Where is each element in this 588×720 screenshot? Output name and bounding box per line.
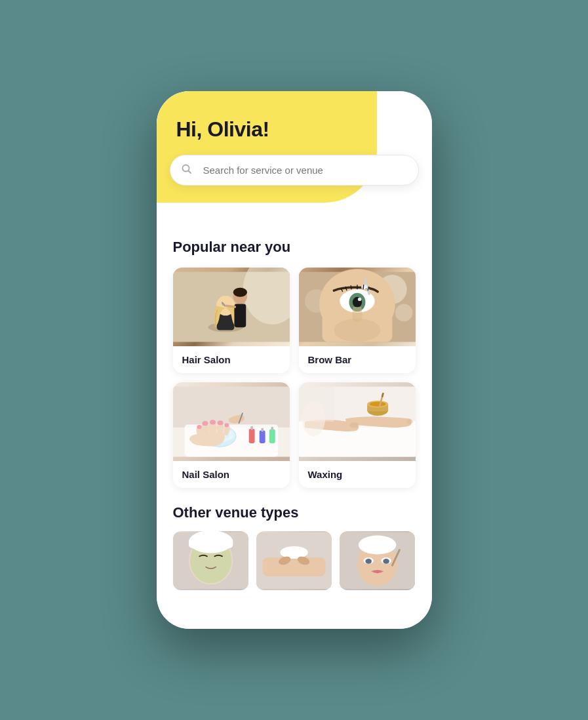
svg-point-64 — [369, 402, 385, 407]
svg-point-86 — [383, 559, 389, 564]
waxing-label: Waxing — [299, 461, 416, 488]
header-content: Hi, Olivia! — [157, 91, 432, 142]
svg-rect-9 — [234, 304, 246, 328]
svg-rect-37 — [250, 426, 253, 430]
popular-cards-grid: Hair Salon — [173, 268, 416, 488]
nail-salon-label: Nail Salon — [173, 461, 290, 488]
svg-point-68 — [302, 401, 325, 436]
svg-rect-41 — [271, 427, 273, 430]
svg-rect-36 — [248, 429, 254, 443]
svg-point-84 — [366, 559, 372, 564]
other-card-spa[interactable] — [173, 531, 248, 590]
svg-rect-38 — [259, 430, 265, 443]
venue-card-hair-salon[interactable]: Hair Salon — [173, 268, 290, 373]
svg-point-13 — [222, 304, 224, 306]
card-image-waxing — [299, 382, 416, 461]
card-image-hair-salon — [173, 268, 290, 346]
svg-rect-73 — [189, 538, 233, 548]
greeting-text: Hi, Olivia! — [176, 117, 412, 142]
header-section: Hi, Olivia! — [157, 91, 432, 222]
venue-card-nail-salon[interactable]: Nail Salon — [173, 382, 290, 488]
svg-point-51 — [210, 420, 216, 424]
svg-line-31 — [363, 285, 363, 289]
svg-point-53 — [224, 423, 229, 427]
venue-card-brow-bar[interactable]: Brow Bar — [299, 268, 416, 373]
svg-line-29 — [351, 285, 351, 289]
svg-point-59 — [349, 422, 359, 428]
other-card-massage[interactable] — [256, 531, 332, 590]
phone-screen: Hi, Olivia! Popular near you — [157, 91, 432, 629]
other-cards-row — [173, 531, 416, 590]
svg-point-60 — [406, 419, 413, 424]
svg-line-10 — [225, 306, 235, 307]
svg-rect-40 — [269, 430, 275, 443]
svg-point-54 — [197, 425, 201, 429]
brow-bar-label: Brow Bar — [299, 346, 416, 373]
svg-point-52 — [217, 420, 223, 425]
search-bar-container[interactable] — [170, 155, 419, 186]
other-section: Other venue types — [157, 494, 432, 603]
card-image-brow-bar — [299, 268, 416, 346]
svg-point-82 — [359, 536, 397, 555]
venue-card-waxing[interactable]: Waxing — [299, 382, 416, 488]
svg-point-50 — [202, 421, 208, 426]
popular-section-title: Popular near you — [173, 239, 416, 256]
other-section-title: Other venue types — [173, 504, 416, 521]
hair-salon-label: Hair Salon — [173, 346, 290, 373]
svg-rect-39 — [261, 428, 264, 431]
phone-shell: Hi, Olivia! Popular near you — [157, 91, 432, 629]
search-input[interactable] — [170, 155, 419, 186]
popular-section: Popular near you — [157, 222, 432, 494]
svg-point-24 — [357, 298, 361, 301]
other-card-makeup[interactable] — [340, 531, 415, 590]
svg-point-16 — [395, 304, 412, 322]
svg-point-8 — [233, 288, 246, 297]
card-image-nail-salon — [173, 382, 290, 461]
